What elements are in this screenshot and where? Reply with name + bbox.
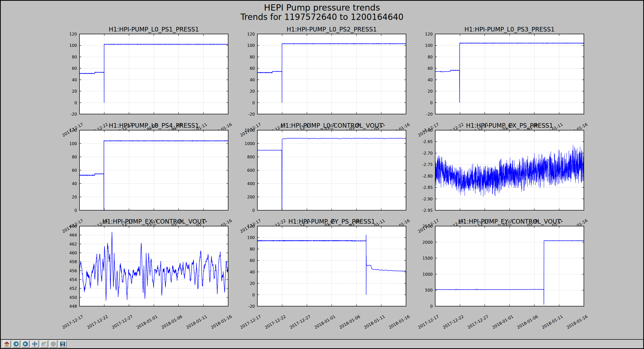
x-tick-label: 2018-01-01 (313, 314, 336, 330)
configure-subplots-button[interactable] (49, 340, 57, 348)
y-tick-label: 0 (74, 100, 77, 105)
y-tick-label: 20 (250, 89, 255, 94)
y-tick-label: 100 (69, 141, 77, 146)
subplot-H1:HPI-PUMP_L0_PS3_PRESS1: -200204060801001202017-12-172017-12-2220… (417, 26, 588, 138)
y-tick-label: 0 (74, 208, 77, 213)
y-tick-label: 1200 (245, 128, 255, 133)
y-tick-label: 80 (250, 55, 255, 59)
y-tick-label: 1000 (245, 141, 255, 146)
y-tick-label: 454 (69, 277, 77, 282)
y-tick-label: 456 (69, 268, 77, 273)
y-tick-label: -2.85 (422, 185, 433, 190)
y-tick-label: -20 (426, 112, 433, 117)
axes-background (79, 34, 228, 114)
x-tick-label: 2018-01-16 (210, 314, 233, 330)
y-tick-label: 464 (69, 233, 77, 237)
y-tick-label: -20 (70, 112, 77, 117)
x-tick-label: 2017-12-22 (264, 314, 287, 330)
y-tick-label: 80 (72, 155, 77, 159)
y-tick-label: 60 (250, 258, 255, 263)
y-tick-label: 800 (247, 155, 255, 159)
y-tick-label: 0 (252, 293, 255, 297)
y-tick-label: 200 (247, 195, 255, 199)
x-tick-label: 2018-01-11 (363, 314, 386, 330)
y-tick-label: 120 (69, 32, 77, 37)
y-tick-label: 450 (69, 295, 77, 300)
subplot-H1:HPI-PUMP_EX_PS_PRESS1: -2.95-2.90-2.85-2.80-2.75-2.70-2.65-2.60… (417, 122, 588, 234)
subplot-H1:HPI-PUMP_L0_PS4_PRESS1: 0204060801001202017-12-172017-12-222017-… (61, 122, 233, 234)
y-tick-label: 460 (69, 251, 77, 255)
y-tick-label: 20 (72, 89, 77, 94)
y-tick-label: -2.60 (422, 128, 433, 133)
y-tick-label: 0 (430, 100, 433, 105)
axes-background (257, 226, 406, 306)
window: HEPI Pump pressure trends Trends for 119… (1, 1, 643, 348)
x-tick-label: 2018-01-16 (566, 314, 588, 330)
axes-background (435, 226, 584, 306)
x-tick-label: 2017-12-27 (111, 314, 134, 330)
y-tick-label: -20 (248, 112, 255, 117)
y-tick-label: 60 (428, 66, 433, 71)
subplot-H1:HPI-PUMP_L0_PS1_PRESS1: -200204060801001202017-12-172017-12-2220… (61, 26, 233, 138)
y-tick-label: 20 (428, 89, 433, 94)
x-tick-label: 2018-01-11 (541, 314, 564, 330)
x-tick-label: 2017-12-27 (289, 314, 311, 330)
y-tick-label: 452 (69, 286, 77, 291)
pan-button[interactable] (31, 340, 39, 348)
y-tick-label: 80 (72, 55, 77, 59)
y-tick-label: 80 (428, 55, 433, 59)
y-tick-label: 20 (250, 281, 255, 286)
back-button[interactable] (12, 340, 20, 348)
zoom-rect-icon (41, 341, 47, 347)
y-tick-label: 462 (69, 242, 77, 247)
y-tick-label: 500 (425, 288, 433, 293)
save-button[interactable] (59, 340, 67, 348)
y-tick-label: 40 (250, 270, 255, 274)
subplot-title: H1:HPI-PUMP_L0_CONTROL_VOUT (281, 122, 383, 129)
x-tick-label: 2018-01-01 (136, 314, 158, 330)
x-tick-label: 2017-12-27 (467, 314, 489, 330)
y-tick-label: -2.80 (422, 174, 433, 179)
y-tick-label: 0 (252, 100, 255, 105)
zoom-button[interactable] (40, 340, 48, 348)
forward-arrow-icon (23, 341, 28, 347)
navigation-toolbar (1, 340, 643, 348)
y-tick-label: 466 (69, 224, 77, 229)
subplot-title: H1:HPI-PUMP_EX_CONTROL_VOUT (102, 218, 205, 225)
y-tick-label: 100 (247, 43, 255, 48)
subplots-icon (51, 341, 56, 347)
figure-canvas[interactable]: HEPI Pump pressure trends Trends for 119… (1, 1, 643, 339)
forward-button[interactable] (21, 340, 29, 348)
y-tick-label: 1500 (422, 256, 433, 261)
x-tick-label: 2017-12-17 (417, 314, 440, 330)
y-tick-label: -2.70 (422, 151, 433, 156)
y-tick-label: 40 (72, 181, 77, 186)
y-tick-label: 40 (428, 78, 433, 82)
subplot-title: H1:HPI-PUMP_L0_PS3_PRESS1 (464, 26, 555, 33)
subplot-H1:HPI-PUMP_EY_CONTROL_VOUT: 050010001500200025002017-12-172017-12-22… (417, 218, 588, 330)
subplot-title: H1:HPI-PUMP_L0_PS2_PRESS1 (287, 26, 377, 33)
x-tick-label: 2017-12-17 (61, 314, 84, 330)
y-tick-label: 40 (250, 78, 255, 82)
home-button[interactable] (3, 340, 11, 348)
y-tick-label: -2.90 (422, 197, 433, 201)
y-tick-label: 2500 (422, 224, 433, 229)
x-tick-label: 2018-01-06 (516, 314, 539, 330)
x-tick-label: 2017-12-17 (239, 314, 262, 330)
y-tick-label: 120 (247, 32, 255, 37)
y-tick-label: 2000 (422, 240, 433, 245)
axes-background (79, 226, 228, 306)
y-tick-label: 120 (69, 128, 77, 133)
x-tick-label: 2018-01-06 (338, 314, 361, 330)
y-tick-label: -2.65 (422, 139, 433, 144)
y-tick-label: 100 (69, 43, 77, 48)
y-tick-label: 100 (247, 235, 255, 240)
subplot-H1:HPI-PUMP_EY_PS_PRESS1: -200204060801001202017-12-172017-12-2220… (239, 218, 411, 330)
subplot-H1:HPI-PUMP_L0_PS2_PRESS1: -200204060801001202017-12-172017-12-2220… (239, 26, 411, 138)
y-tick-label: 458 (69, 259, 77, 264)
y-tick-label: 60 (250, 66, 255, 71)
back-arrow-icon (13, 341, 19, 347)
axes-background (257, 34, 406, 114)
y-tick-label: 40 (72, 78, 77, 82)
y-tick-label: 60 (72, 168, 77, 173)
